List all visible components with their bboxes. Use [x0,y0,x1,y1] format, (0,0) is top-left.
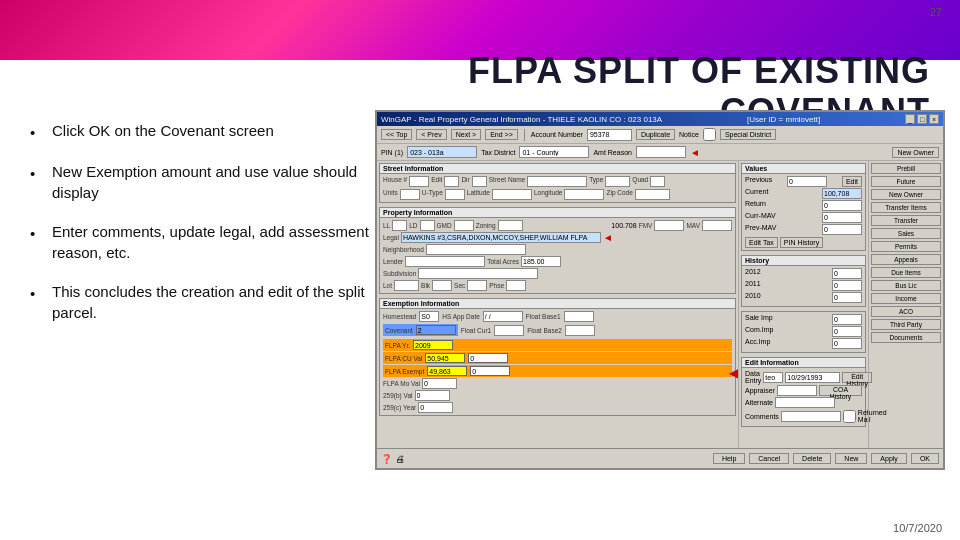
top-button[interactable]: << Top [381,129,412,140]
longitude-input[interactable] [564,189,604,200]
ok-button[interactable]: OK [911,453,939,464]
help-button[interactable]: Help [713,453,745,464]
aco-button[interactable]: ACO [871,306,941,317]
covenant-input[interactable] [416,325,456,335]
current-input[interactable] [822,188,862,199]
comments-input[interactable] [781,411,841,422]
apply-button[interactable]: Apply [871,453,907,464]
transfer-items-button[interactable]: Transfer Items [871,202,941,213]
due-items-button[interactable]: Due Items [871,267,941,278]
flpa-yr-input[interactable] [413,340,453,350]
close-button[interactable]: × [929,114,939,124]
data-entry-input[interactable] [763,372,783,383]
sec259c-year-input[interactable] [418,402,453,413]
lot-input[interactable] [394,280,419,291]
latitude-input[interactable] [492,189,532,200]
subdivision-input[interactable] [418,268,538,279]
sec-input[interactable] [467,280,487,291]
homestead-input[interactable] [419,311,439,322]
zoning-input[interactable] [498,220,523,231]
currmav-input[interactable] [822,212,862,223]
lender-input[interactable] [405,256,485,267]
com-imp-row: Com.Imp [745,326,862,337]
permits-button[interactable]: Permits [871,241,941,252]
date-input[interactable] [785,372,840,383]
next-button[interactable]: Next > [451,129,481,140]
new-button[interactable]: New [835,453,867,464]
gmd-input[interactable] [454,220,474,231]
com-imp-input[interactable] [832,326,862,337]
fmv-input[interactable] [654,220,684,231]
minimize-button[interactable]: _ [905,114,915,124]
documents-button[interactable]: Documents [871,332,941,343]
utype-input[interactable] [445,189,465,200]
maximize-button[interactable]: □ [917,114,927,124]
flpa-exempt-input[interactable] [427,366,467,376]
zip-input[interactable] [635,189,670,200]
hist-2012-input[interactable] [832,268,862,279]
flpa-cu-val-right-input[interactable] [468,353,508,363]
prev-button[interactable]: < Prev [416,129,446,140]
tax-district-input[interactable] [519,146,589,158]
type-label: Type [589,176,603,187]
phase-input[interactable] [506,280,526,291]
delete-button[interactable]: Delete [793,453,831,464]
appraiser-input[interactable] [777,385,817,396]
flpa-cu-val-input[interactable] [425,353,465,363]
alternate-input[interactable] [775,397,835,408]
sales-button[interactable]: Sales [871,228,941,239]
units-input[interactable] [400,189,420,200]
income-button[interactable]: Income [871,293,941,304]
edit-values-button[interactable]: Edit [842,176,862,187]
acc-imp-input[interactable] [832,338,862,349]
float-base1-input[interactable] [564,311,594,322]
notice-checkbox[interactable] [703,128,716,141]
flpa-exempt-right-input[interactable] [470,366,510,376]
pin-history-button[interactable]: PIN History [780,237,823,248]
new-owner-button[interactable]: New Owner [892,147,939,158]
appeals-button[interactable]: Appeals [871,254,941,265]
ld-input[interactable] [420,220,435,231]
cancel-button[interactable]: Cancel [749,453,789,464]
amt-reason-input[interactable] [636,146,686,158]
account-number-input[interactable] [587,129,632,141]
edit-tax-button[interactable]: Edit Tax [745,237,778,248]
float-cur1-input[interactable] [494,325,524,336]
edit-input[interactable] [444,176,459,187]
dir-input[interactable] [472,176,487,187]
hist-2011-input[interactable] [832,280,862,291]
flpa-mo-val-input[interactable] [422,378,457,389]
sec259b-val-input[interactable] [415,390,450,401]
coa-history-button[interactable]: COA History [819,385,862,396]
future-button[interactable]: Future [871,176,941,187]
bus-lic-button[interactable]: Bus Lic [871,280,941,291]
duplicate-button[interactable]: Duplicate [636,129,675,140]
hs-app-date-input[interactable] [483,311,523,322]
special-district-button[interactable]: Special District [720,129,776,140]
pin-input[interactable] [407,146,477,158]
returned-mail-checkbox[interactable] [843,410,856,423]
return-input[interactable] [822,200,862,211]
legal-input[interactable] [401,232,601,243]
total-acres-input[interactable] [521,256,561,267]
neighborhood-input[interactable] [426,244,526,255]
quad-input[interactable] [650,176,665,187]
hist-2010-input[interactable] [832,292,862,303]
new-owner-side-button[interactable]: New Owner [871,189,941,200]
prebill-button[interactable]: Prebill [871,163,941,174]
house-num-input[interactable] [409,176,429,187]
prevmav-input[interactable] [822,224,862,235]
transfer-button[interactable]: Transfer [871,215,941,226]
window-controls[interactable]: _ □ × [905,114,939,124]
end-button[interactable]: End >> [485,129,518,140]
type-input[interactable] [605,176,630,187]
float-base2-input[interactable] [565,325,595,336]
mav-input[interactable] [702,220,732,231]
street-name-input[interactable] [527,176,587,187]
bottom-buttons-group[interactable]: Help Cancel Delete New Apply OK [713,453,939,464]
third-party-button[interactable]: Third Party [871,319,941,330]
previous-input[interactable] [787,176,827,187]
blk-input[interactable] [432,280,452,291]
sale-imp-input[interactable] [832,314,862,325]
ll-input[interactable] [392,220,407,231]
